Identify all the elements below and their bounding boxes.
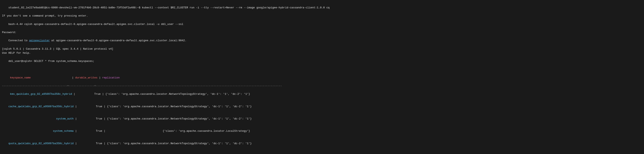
terminal-window: student_02_1e227e9add01@cs-6000-devshell… bbox=[0, 0, 644, 154]
keyspace-val-4: system_schema bbox=[8, 129, 74, 132]
select-command-line: ddl_user@cqlsh> SELECT * from system_sch… bbox=[2, 55, 642, 67]
table-row: system_schema | True | {'class': 'org.ap… bbox=[2, 125, 642, 137]
keyspace-val-5: quota_qwiklabs_gcp_02_a95097ba358c_hybri… bbox=[8, 142, 74, 145]
keyspace-val-2: cache_qwiklabs_gcp_02_a95097ba358c_hybri… bbox=[8, 105, 74, 108]
pipe-1: | bbox=[30, 76, 75, 79]
replication-val-4: {'class': 'org.apache.cassandra.locator.… bbox=[107, 129, 250, 132]
bash-prompt: student_02_1e227e9add01@cs-6000-devshell… bbox=[8, 6, 330, 9]
connected-line: Connected to apigeecluster at apigee-cas… bbox=[2, 35, 642, 47]
pipe-2: | bbox=[98, 76, 102, 79]
table-header: keyspace_name | durable_writes | replica… bbox=[2, 71, 642, 84]
durable-val-5: True bbox=[78, 142, 102, 145]
replication-val-1: {'class': 'org.apache.cassandra.locator.… bbox=[105, 92, 250, 96]
info-line-1: If you don't see a command prompt, try p… bbox=[2, 14, 642, 18]
replication-val-5: {'class': 'org.apache.cassandra.locator.… bbox=[107, 142, 252, 145]
apigee-link: apigeecluster bbox=[29, 39, 50, 42]
col-durable-writes: durable_writes bbox=[75, 76, 98, 79]
durable-val-2: True bbox=[78, 105, 102, 108]
table-row: kms_qwiklabs_gcp_02_a95097ba358c_hybrid … bbox=[2, 88, 642, 100]
connected-prefix: Connected to bbox=[8, 39, 29, 42]
table-row: kvm_qwiklabs_gcp_02_a95097ba358c_hybrid … bbox=[2, 150, 642, 154]
connected-suffix: at apigee-cassandra-default-0.apigee-cas… bbox=[50, 39, 186, 42]
durable-val-1: True bbox=[77, 92, 101, 96]
keyspace-val-3: system_auth bbox=[8, 117, 74, 120]
help-line: Use HELP for help. bbox=[2, 51, 642, 55]
table-row: cache_qwiklabs_gcp_02_a95097ba358c_hybri… bbox=[2, 100, 642, 112]
keyspace-val-1: kms_qwiklabs_gcp_02_a95097ba358c_hybrid bbox=[8, 92, 72, 96]
col-replication: replication bbox=[102, 76, 120, 79]
durable-val-4: True bbox=[78, 129, 102, 132]
table-row: system_auth | True | {'class': 'org.apac… bbox=[2, 113, 642, 125]
cqlsh-command-line: bash-4.4# cqlsh apigee-cassandra-default… bbox=[2, 18, 642, 31]
replication-val-3: {'class': 'org.apache.cassandra.locator.… bbox=[107, 117, 252, 120]
bash-cqlsh-prompt: bash-4.4# cqlsh apigee-cassandra-default… bbox=[8, 23, 183, 26]
replication-val-2: {'class': 'org.apache.cassandra.locator.… bbox=[107, 105, 252, 108]
table-row: quota_qwiklabs_gcp_02_a95097ba358c_hybri… bbox=[2, 137, 642, 150]
select-command-text: SELECT * from system_schema.keyspaces; bbox=[34, 60, 94, 63]
table-separator: ----------------------------------------… bbox=[2, 84, 642, 88]
cql-prompt-user: ddl_user@cqlsh> bbox=[8, 60, 34, 63]
shell-command-line: student_02_1e227e9add01@cs-6000-devshell… bbox=[2, 2, 642, 14]
blank-line-1 bbox=[2, 67, 642, 71]
password-line: Password: bbox=[2, 31, 642, 35]
col-keyspace-name: keyspace_name bbox=[8, 76, 30, 79]
cqlsh-info-line: [cqlsh 5.0.1 | Cassandra 3.11.3 | CQL sp… bbox=[2, 47, 642, 51]
durable-val-3: True bbox=[78, 117, 102, 120]
